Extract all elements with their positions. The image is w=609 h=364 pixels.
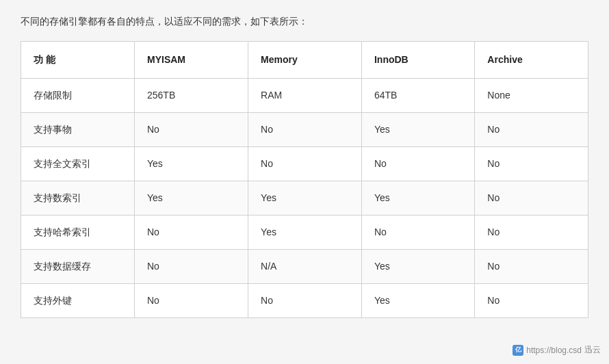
header-innodb: InnoDB: [361, 42, 474, 79]
watermark-text: https://blog.csd: [526, 346, 582, 355]
cell-feature-4: 支持哈希索引: [21, 216, 135, 250]
cell-myisam-3: Yes: [135, 181, 248, 216]
header-feature: 功 能: [21, 42, 135, 79]
header-memory: Memory: [248, 42, 362, 79]
cell-memory-4: Yes: [248, 216, 362, 250]
cell-archive-2: No: [475, 147, 588, 181]
cell-archive-4: No: [475, 216, 588, 250]
cell-memory-5: N/A: [248, 250, 362, 284]
table-row: 存储限制256TBRAM64TBNone: [21, 79, 588, 113]
cell-memory-2: No: [248, 147, 362, 181]
cell-feature-3: 支持数索引: [21, 181, 135, 216]
cell-feature-2: 支持全文索引: [21, 147, 135, 181]
comparison-table: 功 能 MYISAM Memory InnoDB Archive 存储限制256…: [21, 41, 588, 318]
header-archive: Archive: [475, 42, 588, 79]
cell-feature-5: 支持数据缓存: [21, 250, 135, 284]
cell-innodb-2: No: [361, 147, 474, 181]
cell-archive-5: No: [475, 250, 588, 284]
cell-archive-0: None: [475, 79, 588, 113]
header-myisam: MYISAM: [135, 42, 248, 79]
watermark-suffix: 迅云: [584, 344, 601, 356]
cell-innodb-1: Yes: [361, 113, 474, 147]
intro-text: 不同的存储引擎都有各自的特点，以适应不同的需求，如下表所示：: [21, 14, 588, 29]
table-row: 支持外键NoNoYesNo: [21, 284, 588, 318]
cell-myisam-2: Yes: [135, 147, 248, 181]
cell-archive-1: No: [475, 113, 588, 147]
cell-feature-6: 支持外键: [21, 284, 135, 318]
watermark: 亿 https://blog.csd 迅云: [513, 344, 601, 356]
cell-myisam-0: 256TB: [135, 79, 248, 113]
cell-archive-3: No: [475, 181, 588, 216]
cell-memory-1: No: [248, 113, 362, 147]
table-row: 支持全文索引YesNoNoNo: [21, 147, 588, 181]
cell-innodb-5: Yes: [361, 250, 474, 284]
table-row: 支持哈希索引NoYesNoNo: [21, 216, 588, 250]
cell-memory-0: RAM: [248, 79, 362, 113]
cell-innodb-4: No: [361, 216, 474, 250]
table-row: 支持数据缓存NoN/AYesNo: [21, 250, 588, 284]
cell-myisam-1: No: [135, 113, 248, 147]
cell-innodb-3: Yes: [361, 181, 474, 216]
cell-memory-3: Yes: [248, 181, 362, 216]
cell-feature-1: 支持事物: [21, 113, 135, 147]
cell-myisam-5: No: [135, 250, 248, 284]
cell-innodb-6: Yes: [361, 284, 474, 318]
watermark-icon: 亿: [513, 345, 523, 356]
cell-feature-0: 存储限制: [21, 79, 135, 113]
cell-archive-6: No: [475, 284, 588, 318]
cell-memory-6: No: [248, 284, 362, 318]
table-row: 支持事物NoNoYesNo: [21, 113, 588, 147]
cell-myisam-6: No: [135, 284, 248, 318]
table-row: 支持数索引YesYesYesNo: [21, 181, 588, 216]
table-header-row: 功 能 MYISAM Memory InnoDB Archive: [21, 42, 588, 79]
cell-innodb-0: 64TB: [361, 79, 474, 113]
cell-myisam-4: No: [135, 216, 248, 250]
